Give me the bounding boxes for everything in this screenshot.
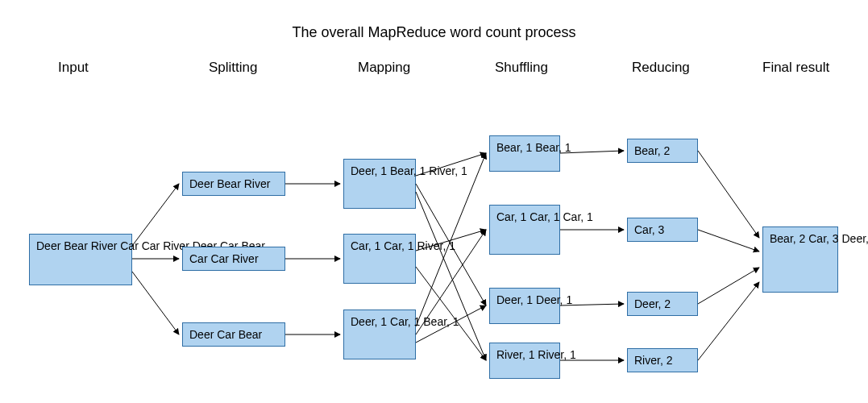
col-header-shuffling: Shuffling	[495, 60, 548, 76]
arrow-red3-final	[698, 282, 759, 360]
reducing-box-0: Bear, 2	[627, 139, 698, 163]
splitting-box-0: Deer Bear River	[182, 172, 285, 196]
col-header-splitting: Splitting	[209, 60, 257, 76]
arrow-red2-final	[698, 268, 759, 304]
shuffling-box-0: Bear, 1 Bear, 1	[489, 135, 560, 172]
arrow-map1-river	[416, 267, 486, 360]
mapping-box-2: Deer, 1 Car, 1 Bear, 1	[343, 310, 416, 359]
arrow-input-to-split-2	[132, 272, 179, 334]
col-header-input: Input	[58, 60, 89, 76]
mapping-box-1: Car, 1 Car, 1 River, 1	[343, 234, 416, 284]
input-box: Deer Bear River Car Car River Deer Car B…	[29, 234, 132, 285]
arrow-red0-final	[698, 151, 759, 238]
arrow-input-to-split-0	[132, 184, 179, 246]
shuffling-box-1: Car, 1 Car, 1 Car, 1	[489, 205, 560, 255]
col-header-reducing: Reducing	[632, 60, 690, 76]
mapping-box-0: Deer, 1 Bear, 1 River, 1	[343, 159, 416, 209]
arrow-layer	[0, 0, 868, 403]
splitting-box-1: Car Car River	[182, 247, 285, 271]
arrow-red1-final	[698, 230, 759, 251]
reducing-box-3: River, 2	[627, 348, 698, 372]
final-result-box: Bear, 2 Car, 3 Deer, 2 River, 2	[762, 226, 838, 293]
reducing-box-1: Car, 3	[627, 218, 698, 242]
splitting-box-2: Deer Car Bear	[182, 322, 285, 347]
shuffling-box-3: River, 1 River, 1	[489, 343, 560, 379]
diagram-title: The overall MapReduce word count process	[0, 24, 868, 41]
col-header-mapping: Mapping	[358, 60, 410, 76]
arrow-map0-river	[416, 192, 486, 360]
reducing-box-2: Deer, 2	[627, 292, 698, 316]
col-header-final: Final result	[762, 60, 829, 76]
shuffling-box-2: Deer, 1 Deer, 1	[489, 288, 560, 324]
